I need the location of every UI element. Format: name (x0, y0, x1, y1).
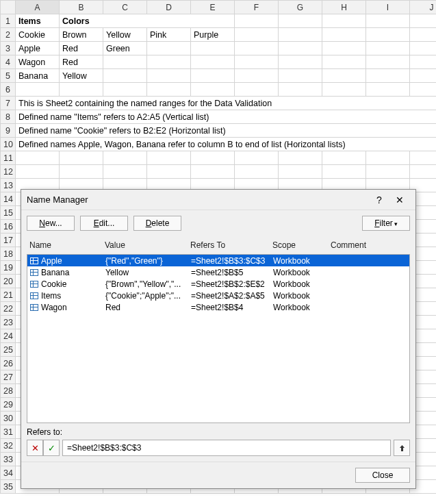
row-header[interactable]: 14 (1, 192, 16, 206)
help-button[interactable]: ? (369, 191, 389, 209)
row-header[interactable]: 17 (1, 234, 16, 247)
cell[interactable] (279, 83, 322, 97)
cell[interactable]: Wagon (16, 55, 60, 69)
cell[interactable] (279, 165, 322, 179)
cell[interactable]: Red (60, 42, 103, 55)
name-list-row[interactable]: Apple{"Red","Green"}=Sheet2!$B$3:$C$3Wor… (27, 255, 409, 266)
name-list-row[interactable]: BananaYellow=Sheet2!$B$5Workbook (27, 266, 409, 278)
row-header[interactable]: 19 (1, 261, 16, 275)
cell[interactable] (410, 55, 437, 69)
cell[interactable] (410, 28, 437, 42)
cell[interactable] (279, 151, 322, 165)
cell[interactable] (322, 28, 366, 42)
col-comment[interactable]: Comment (328, 239, 386, 251)
cell[interactable] (279, 14, 322, 28)
col-scope[interactable]: Scope (270, 239, 328, 251)
cell[interactable]: Yellow (103, 28, 147, 42)
cell[interactable]: Apple (16, 42, 60, 55)
cell[interactable] (147, 83, 191, 97)
cell[interactable] (366, 42, 410, 55)
row-header[interactable]: 21 (1, 288, 16, 302)
collapse-dialog-button[interactable] (394, 440, 410, 456)
cell[interactable] (322, 151, 366, 165)
cell[interactable] (322, 83, 366, 97)
cell[interactable]: Pink (147, 28, 191, 42)
cell[interactable] (235, 55, 279, 69)
row-header[interactable]: 29 (1, 398, 16, 412)
refers-to-input[interactable] (62, 440, 391, 456)
cell[interactable] (410, 83, 437, 97)
cell[interactable] (191, 42, 235, 55)
window-close-button[interactable]: ✕ (389, 191, 410, 209)
cell[interactable] (147, 151, 191, 165)
row-header[interactable]: 7 (1, 97, 16, 110)
dialog-titlebar[interactable]: Name Manager ? ✕ (21, 190, 415, 210)
row-header[interactable]: 13 (1, 179, 16, 192)
cell[interactable] (410, 165, 437, 179)
cell[interactable] (322, 165, 366, 179)
cell[interactable]: Defined names Apple, Wagon, Banana refer… (16, 138, 437, 151)
cell[interactable]: Items (16, 14, 60, 28)
cell[interactable]: Cookie (16, 28, 60, 42)
cell[interactable] (366, 83, 410, 97)
row-header[interactable]: 35 (1, 480, 16, 494)
select-all-corner[interactable] (1, 1, 16, 14)
cell[interactable]: This is Sheet2 containing the named rang… (16, 97, 437, 110)
cell[interactable] (147, 42, 191, 55)
cell[interactable] (279, 28, 322, 42)
cell[interactable] (279, 42, 322, 55)
cell[interactable] (235, 151, 279, 165)
row-header[interactable]: 5 (1, 69, 16, 83)
cell[interactable] (16, 151, 60, 165)
cell[interactable] (147, 69, 191, 83)
row-header[interactable]: 24 (1, 329, 16, 343)
row-header[interactable]: 28 (1, 384, 16, 398)
new-button[interactable]: New... (27, 216, 75, 231)
row-header[interactable]: 12 (1, 165, 16, 179)
refers-confirm-button[interactable]: ✓ (43, 440, 60, 456)
cell[interactable] (322, 55, 366, 69)
cell[interactable] (103, 69, 147, 83)
row-header[interactable]: 31 (1, 425, 16, 439)
cell[interactable] (322, 69, 366, 83)
cell[interactable] (191, 151, 235, 165)
col-name[interactable]: Name (27, 239, 102, 251)
cell[interactable] (410, 69, 437, 83)
name-list[interactable]: Apple{"Red","Green"}=Sheet2!$B$3:$C$3Wor… (27, 254, 410, 423)
cell[interactable]: Red (60, 55, 103, 69)
col-refers[interactable]: Refers To (188, 239, 270, 251)
col-header[interactable]: F (235, 1, 279, 14)
name-list-row[interactable]: WagonRed=Sheet2!$B$4Workbook (27, 301, 409, 313)
cell[interactable] (16, 165, 60, 179)
row-header[interactable]: 3 (1, 42, 16, 55)
row-header[interactable]: 1 (1, 14, 16, 28)
row-header[interactable]: 18 (1, 247, 16, 261)
row-header[interactable]: 22 (1, 302, 16, 316)
cell[interactable] (191, 165, 235, 179)
col-header[interactable]: D (147, 1, 191, 14)
cell[interactable] (366, 14, 410, 28)
cell[interactable] (60, 83, 103, 97)
filter-button[interactable]: Filter▾ (362, 216, 410, 231)
cell[interactable]: Colors (60, 14, 235, 28)
col-header[interactable]: J (410, 1, 437, 14)
cell[interactable] (235, 42, 279, 55)
col-header[interactable]: A (16, 1, 60, 14)
row-header[interactable]: 25 (1, 343, 16, 357)
cell[interactable] (410, 42, 437, 55)
name-list-header[interactable]: Name Value Refers To Scope Comment (21, 236, 415, 254)
row-header[interactable]: 4 (1, 55, 16, 69)
refers-cancel-button[interactable]: ✕ (27, 440, 43, 456)
row-header[interactable]: 10 (1, 138, 16, 151)
cell[interactable] (235, 14, 279, 28)
row-header[interactable]: 23 (1, 316, 16, 329)
cell[interactable] (147, 55, 191, 69)
row-header[interactable]: 30 (1, 412, 16, 425)
col-header[interactable]: G (279, 1, 322, 14)
cell[interactable] (279, 69, 322, 83)
cell[interactable] (366, 69, 410, 83)
col-header[interactable]: C (103, 1, 147, 14)
col-value[interactable]: Value (102, 239, 188, 251)
cell[interactable] (103, 55, 147, 69)
cell[interactable] (103, 83, 147, 97)
